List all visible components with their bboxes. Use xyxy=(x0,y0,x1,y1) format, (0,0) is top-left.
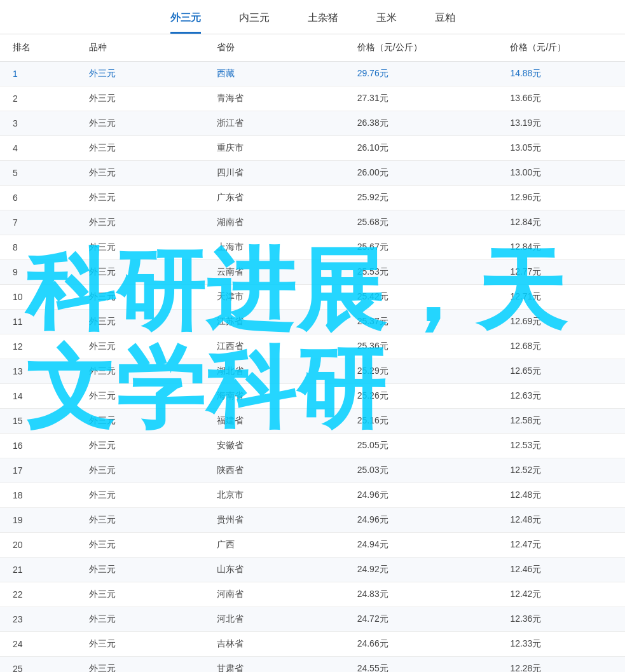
table-row: 25外三元甘肃省24.55元12.28元 xyxy=(0,657,625,673)
table-cell: 12.71元 xyxy=(497,285,625,310)
table-cell: 湖南省 xyxy=(204,210,345,235)
table-row: 19外三元贵州省24.96元12.48元 xyxy=(0,508,625,533)
table-cell: 20 xyxy=(0,533,76,558)
table-row: 8外三元上海市25.67元12.84元 xyxy=(0,235,625,260)
table-cell: 外三元 xyxy=(76,533,204,558)
table-cell: 13.19元 xyxy=(497,111,625,136)
table-cell: 外三元 xyxy=(76,310,204,334)
table-cell: 外三元 xyxy=(76,409,204,434)
table-cell: 外三元 xyxy=(76,260,204,285)
table-row: 2外三元青海省27.31元13.66元 xyxy=(0,86,625,111)
table-cell: 外三元 xyxy=(76,62,204,86)
table-cell: 12.84元 xyxy=(497,235,625,260)
table-cell: 12.58元 xyxy=(497,409,625,434)
table-cell: 湖北省 xyxy=(204,359,345,384)
table-row: 11外三元江苏省25.37元12.69元 xyxy=(0,310,625,334)
table-cell: 14 xyxy=(0,384,76,409)
table-row: 12外三元江西省25.36元12.68元 xyxy=(0,334,625,359)
table-cell: 16 xyxy=(0,434,76,458)
table-cell: 11 xyxy=(0,310,76,334)
table-cell: 23 xyxy=(0,607,76,632)
table-cell: 8 xyxy=(0,235,76,260)
table-cell: 陕西省 xyxy=(204,458,345,483)
table-cell: 27.31元 xyxy=(345,86,498,111)
table-cell: 1 xyxy=(0,62,76,86)
table-row: 20外三元广西24.94元12.47元 xyxy=(0,533,625,558)
table-cell: 19 xyxy=(0,508,76,533)
table-cell: 13.66元 xyxy=(497,86,625,111)
table-cell: 13.05元 xyxy=(497,136,625,161)
table-cell: 12.42元 xyxy=(497,582,625,607)
table-cell: 7 xyxy=(0,210,76,235)
table-cell: 外三元 xyxy=(76,607,204,632)
table-cell: 外三元 xyxy=(76,136,204,161)
table-cell: 12.69元 xyxy=(497,310,625,334)
tab-yumi[interactable]: 玉米 xyxy=(376,11,397,34)
table-cell: 24.72元 xyxy=(345,607,498,632)
table-cell: 12.52元 xyxy=(497,458,625,483)
table-cell: 四川省 xyxy=(204,161,345,186)
table-cell: 外三元 xyxy=(76,632,204,657)
table-cell: 25.29元 xyxy=(345,359,498,384)
tab-waisan[interactable]: 外三元 xyxy=(170,11,201,34)
table-cell: 12.48元 xyxy=(497,483,625,508)
table-cell: 13 xyxy=(0,359,76,384)
table-cell: 外三元 xyxy=(76,111,204,136)
table-cell: 12.65元 xyxy=(497,359,625,384)
table-cell: 外三元 xyxy=(76,434,204,458)
table-row: 14外三元海南省25.26元12.63元 xyxy=(0,384,625,409)
table-cell: 吉林省 xyxy=(204,632,345,657)
table-row: 3外三元浙江省26.38元13.19元 xyxy=(0,111,625,136)
table-cell: 外三元 xyxy=(76,458,204,483)
table-cell: 4 xyxy=(0,136,76,161)
table-cell: 广东省 xyxy=(204,186,345,210)
table-cell: 24.83元 xyxy=(345,582,498,607)
table-cell: 25.37元 xyxy=(345,310,498,334)
table-cell: 25.42元 xyxy=(345,285,498,310)
table-cell: 12.96元 xyxy=(497,186,625,210)
table-row: 4外三元重庆市26.10元13.05元 xyxy=(0,136,625,161)
table-row: 6外三元广东省25.92元12.96元 xyxy=(0,186,625,210)
table-cell: 6 xyxy=(0,186,76,210)
table-cell: 青海省 xyxy=(204,86,345,111)
header-province: 省份 xyxy=(204,34,345,62)
table-cell: 5 xyxy=(0,161,76,186)
table-cell: 26.10元 xyxy=(345,136,498,161)
table-cell: 15 xyxy=(0,409,76,434)
table-cell: 外三元 xyxy=(76,657,204,673)
header-rank: 排名 xyxy=(0,34,76,62)
table-cell: 12 xyxy=(0,334,76,359)
table-cell: 海南省 xyxy=(204,384,345,409)
table-header-row: 排名 品种 省份 价格（元/公斤） 价格（元/斤） xyxy=(0,34,625,62)
table-row: 16外三元安徽省25.05元12.53元 xyxy=(0,434,625,458)
table-cell: 24.94元 xyxy=(345,533,498,558)
table-cell: 25.68元 xyxy=(345,210,498,235)
table-cell: 2 xyxy=(0,86,76,111)
table-row: 7外三元湖南省25.68元12.84元 xyxy=(0,210,625,235)
table-row: 5外三元四川省26.00元13.00元 xyxy=(0,161,625,186)
table-cell: 云南省 xyxy=(204,260,345,285)
table-cell: 21 xyxy=(0,558,76,582)
tab-neisan[interactable]: 内三元 xyxy=(239,11,270,34)
tab-tuzhu[interactable]: 土杂猪 xyxy=(308,11,338,34)
table-cell: 25.53元 xyxy=(345,260,498,285)
table-cell: 9 xyxy=(0,260,76,285)
tab-doupo[interactable]: 豆粕 xyxy=(435,11,455,34)
table-cell: 12.84元 xyxy=(497,210,625,235)
table-cell: 14.88元 xyxy=(497,62,625,86)
table-row: 23外三元河北省24.72元12.36元 xyxy=(0,607,625,632)
table-cell: 12.47元 xyxy=(497,533,625,558)
table-cell: 25.67元 xyxy=(345,235,498,260)
table-cell: 外三元 xyxy=(76,285,204,310)
tabs-bar: 外三元 内三元 土杂猪 玉米 豆粕 xyxy=(0,0,625,34)
table-cell: 安徽省 xyxy=(204,434,345,458)
table-cell: 12.36元 xyxy=(497,607,625,632)
table-cell: 10 xyxy=(0,285,76,310)
table-cell: 12.68元 xyxy=(497,334,625,359)
table-cell: 外三元 xyxy=(76,334,204,359)
table-cell: 25.03元 xyxy=(345,458,498,483)
table-cell: 25.36元 xyxy=(345,334,498,359)
table-cell: 25.92元 xyxy=(345,186,498,210)
table-cell: 外三元 xyxy=(76,483,204,508)
page-container: 科研进展，天 文学科研 外三元 内三元 土杂猪 玉米 豆粕 排名 品种 省份 价… xyxy=(0,0,625,672)
